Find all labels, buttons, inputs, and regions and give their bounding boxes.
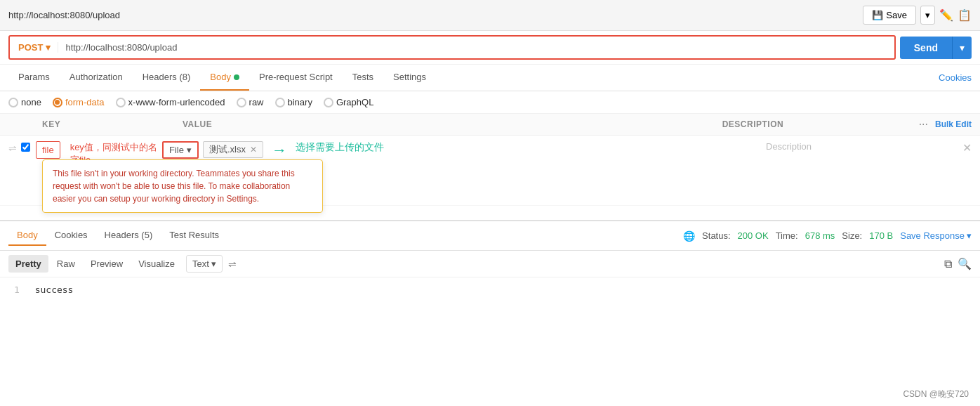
search-response-icon[interactable]: 🔍 (958, 257, 972, 270)
more-options-icon[interactable]: ··· (919, 118, 928, 131)
row-checkbox[interactable] (21, 143, 30, 152)
text-format-selector[interactable]: Text ▾ (186, 255, 223, 273)
response-tab-cookies[interactable]: Cookies (46, 225, 96, 246)
page-url: http://localhost:8080/upload (8, 10, 120, 20)
edit-icon[interactable]: ✏️ (939, 8, 953, 22)
status-value: 200 OK (738, 230, 769, 241)
size-value: 170 B (869, 230, 893, 241)
tab-authorization[interactable]: Authorization (60, 65, 133, 91)
radio-urlencoded[interactable]: x-www-form-urlencoded (116, 97, 225, 107)
bulk-edit-button[interactable]: Bulk Edit (935, 119, 972, 129)
col-header-key: KEY (42, 119, 183, 129)
response-tab-test-results[interactable]: Test Results (161, 225, 227, 246)
format-raw-button[interactable]: Raw (50, 255, 82, 273)
branding: CSDN @晚安720 (903, 388, 969, 400)
file-type-selector[interactable]: File ▾ (162, 141, 199, 159)
cookies-link[interactable]: Cookies (939, 72, 972, 83)
url-input[interactable] (58, 42, 885, 53)
tab-settings[interactable]: Settings (383, 65, 436, 91)
method-selector[interactable]: POST ▾ (18, 42, 58, 53)
tab-headers[interactable]: Headers (8) (133, 65, 201, 91)
save-icon: 💾 (872, 10, 883, 20)
save-dropdown-button[interactable]: ▾ (920, 6, 935, 25)
tab-body[interactable]: Body (200, 65, 249, 91)
response-tab-body[interactable]: Body (8, 225, 46, 246)
line-number: 1 (14, 284, 20, 295)
radio-form-data[interactable]: form-data (53, 97, 105, 107)
text-format-chevron-icon: ▾ (211, 258, 216, 269)
radio-none[interactable]: none (8, 97, 41, 107)
globe-icon: 🌐 (683, 230, 695, 242)
send-dropdown-button[interactable]: ▾ (952, 37, 972, 59)
body-active-dot (234, 74, 239, 80)
file-chip: 测试.xlsx ✕ (203, 141, 263, 158)
save-response-chevron-icon: ▾ (967, 230, 972, 241)
tooltip-box: This file isn't in your working director… (42, 159, 323, 213)
col-header-value: VALUE (183, 119, 722, 129)
save-button[interactable]: 💾 Save (863, 6, 916, 25)
file-selector-chevron: ▾ (187, 145, 192, 155)
table-row: ⇌ file key值，同测试中的名字file File ▾ 测试.xlsx ✕… (0, 136, 980, 206)
format-preview-button[interactable]: Preview (84, 255, 130, 273)
response-tab-headers[interactable]: Headers (5) (96, 225, 161, 246)
copy-icon[interactable]: 📋 (958, 8, 972, 22)
value-annotation: 选择需要上传的文件 (296, 141, 384, 154)
drag-handle-icon[interactable]: ⇌ (8, 140, 17, 154)
tab-params[interactable]: Params (8, 65, 60, 91)
format-visualize-button[interactable]: Visualize (131, 255, 182, 273)
remove-file-icon[interactable]: ✕ (250, 145, 257, 155)
tab-pre-request-script[interactable]: Pre-request Script (249, 65, 343, 91)
radio-graphql[interactable]: GraphQL (324, 97, 373, 107)
arrow-right-icon: → (272, 141, 287, 159)
radio-binary[interactable]: binary (275, 97, 312, 107)
time-value: 678 ms (805, 230, 835, 241)
tab-tests[interactable]: Tests (343, 65, 383, 91)
size-label: Size: (842, 230, 862, 241)
filter-icon[interactable]: ⇌ (228, 258, 237, 270)
format-pretty-button[interactable]: Pretty (8, 255, 48, 273)
key-input[interactable]: file (36, 141, 60, 159)
method-chevron-icon: ▾ (46, 42, 51, 53)
col-header-description: DESCRIPTION (722, 119, 919, 129)
status-label: Status: (702, 230, 730, 241)
radio-raw[interactable]: raw (237, 97, 264, 107)
response-content: success (35, 284, 74, 295)
time-label: Time: (776, 230, 798, 241)
copy-response-icon[interactable]: ⧉ (944, 258, 952, 270)
save-response-button[interactable]: Save Response ▾ (900, 230, 972, 241)
description-placeholder[interactable]: Description (766, 141, 812, 152)
send-button[interactable]: Send (900, 37, 952, 59)
remove-row-icon[interactable]: ✕ (962, 140, 972, 155)
